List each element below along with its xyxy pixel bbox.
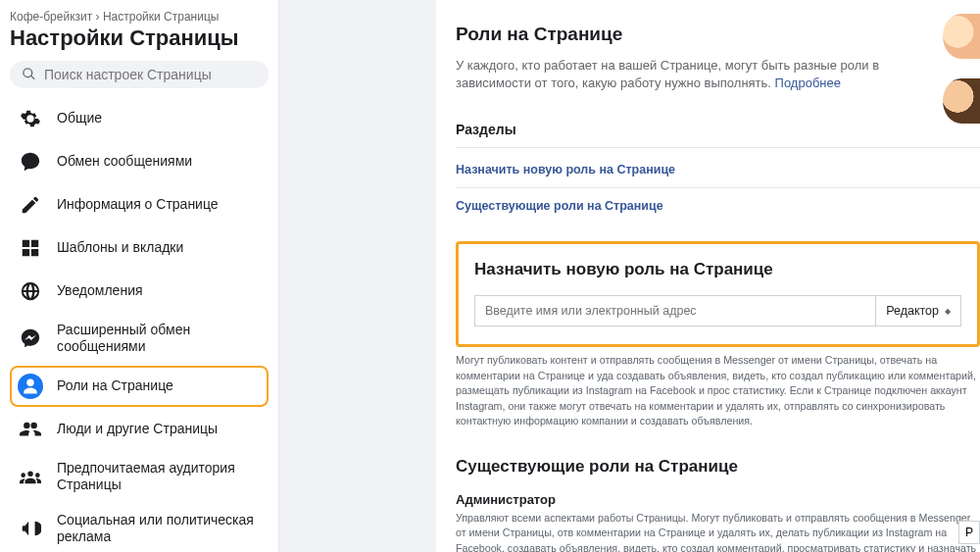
edit-button-partial[interactable]: Р xyxy=(958,521,980,544)
learn-more-link[interactable]: Подробнее xyxy=(775,75,841,90)
section-description: У каждого, кто работает на вашей Страниц… xyxy=(456,57,956,92)
sidebar-item-label: Информация о Странице xyxy=(57,196,219,214)
sidebar-item-pageinfo[interactable]: Информация о Странице xyxy=(10,184,269,226)
assign-role-block: Назначить новую роль на Странице Редакто… xyxy=(456,241,980,347)
existing-roles-block: Существующие роли на Странице Администра… xyxy=(456,457,980,552)
avatar-illustration xyxy=(943,78,980,124)
gear-icon xyxy=(18,106,43,131)
chevron-down-icon: ◆ xyxy=(945,307,951,316)
breadcrumb[interactable]: Кофе-брейкзит › Настройки Страницы xyxy=(10,10,269,24)
sidebar-item-label: Уведомления xyxy=(57,282,143,300)
sections-label: Разделы xyxy=(456,122,980,137)
admin-role-description: Управляют всеми аспектами работы Страниц… xyxy=(456,511,980,552)
role-dropdown[interactable]: Редактор ◆ xyxy=(875,295,961,326)
assign-name-input[interactable] xyxy=(474,295,875,326)
page-title: Настройки Страницы xyxy=(10,25,269,51)
sidebar-item-label: Шаблоны и вкладки xyxy=(57,239,183,257)
role-admin-label: Администратор xyxy=(456,492,980,507)
sidebar-item-label: Роли на Странице xyxy=(57,377,173,395)
gutter xyxy=(279,0,436,552)
search-icon xyxy=(22,67,36,81)
sidebar-item-social-ads[interactable]: Социальная или политическая реклама xyxy=(10,504,269,544)
people-icon xyxy=(18,417,43,442)
assign-role-row: Редактор ◆ xyxy=(474,295,961,326)
avatar-illustration xyxy=(943,14,980,59)
sidebar-item-label: Общие xyxy=(57,110,102,127)
chat-icon xyxy=(18,149,43,175)
messenger-icon xyxy=(18,326,43,351)
role-dropdown-label: Редактор xyxy=(886,304,939,318)
existing-roles-title: Существующие роли на Странице xyxy=(456,457,980,477)
sidebar-item-advanced-messaging[interactable]: Расширенный обмен сообщениями xyxy=(10,314,269,364)
main-content: Роли на Странице У каждого, кто работает… xyxy=(436,0,980,552)
sidebar-item-people[interactable]: Люди и другие Страницы xyxy=(10,409,269,450)
assign-role-title: Назначить новую роль на Странице xyxy=(474,260,961,279)
editor-role-description: Могут публиковать контент и отправлять с… xyxy=(456,353,980,429)
divider xyxy=(456,147,980,148)
section-title: Роли на Странице xyxy=(456,24,980,45)
sidebar-item-roles[interactable]: Роли на Странице xyxy=(10,366,269,407)
sidebar-item-messaging[interactable]: Обмен сообщениями xyxy=(10,141,269,182)
search-input[interactable] xyxy=(44,67,257,82)
sidebar-item-label: Социальная или политическая реклама xyxy=(57,512,261,544)
sidebar-item-label: Люди и другие Страницы xyxy=(57,421,218,438)
decorative-avatars xyxy=(943,14,980,124)
megaphone-icon xyxy=(18,516,43,541)
sidebar-item-general[interactable]: Общие xyxy=(10,98,269,139)
audience-icon xyxy=(18,464,43,489)
sidebar-nav: Общие Обмен сообщениями Информация о Стр… xyxy=(10,98,269,544)
sidebar-item-notifications[interactable]: Уведомления xyxy=(10,271,269,312)
sidebar: Кофе-брейкзит › Настройки Страницы Настр… xyxy=(0,0,279,552)
sidebar-item-templates[interactable]: Шаблоны и вкладки xyxy=(10,227,269,269)
sidebar-item-label: Расширенный обмен сообщениями xyxy=(57,322,261,356)
sidebar-item-label: Обмен сообщениями xyxy=(57,153,192,171)
search-container[interactable] xyxy=(10,61,269,88)
section-links: Назначить новую роль на Странице Существ… xyxy=(456,152,980,224)
globe-icon xyxy=(18,278,43,304)
sidebar-item-audience[interactable]: Предпочитаемая аудитория Страницы xyxy=(10,452,269,502)
pencil-icon xyxy=(18,192,43,218)
anchor-existing-roles[interactable]: Существующие роли на Странице xyxy=(456,188,980,224)
person-icon xyxy=(18,374,43,399)
grid-icon xyxy=(18,235,43,261)
sidebar-item-label: Предпочитаемая аудитория Страницы xyxy=(57,460,261,494)
anchor-assign-role[interactable]: Назначить новую роль на Странице xyxy=(456,152,980,188)
